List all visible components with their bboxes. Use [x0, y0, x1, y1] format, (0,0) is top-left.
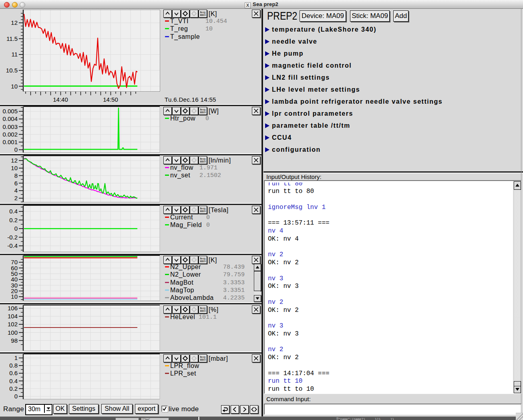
svg-text:0.4: 0.4	[9, 378, 18, 384]
svg-text:in: in	[204, 260, 206, 263]
svg-text:102: 102	[8, 321, 18, 328]
svg-text:in: in	[204, 210, 206, 213]
svg-text:in: in	[204, 358, 206, 361]
svg-text:-0.2: -0.2	[7, 234, 18, 241]
svg-text:1: 1	[14, 354, 18, 361]
svg-text:0.4: 0.4	[9, 208, 18, 215]
svg-text:0: 0	[14, 146, 18, 153]
svg-text:in: in	[204, 160, 206, 163]
svg-text:0: 0	[14, 393, 18, 400]
svg-text:14:50: 14:50	[103, 96, 118, 103]
svg-text:98: 98	[11, 337, 18, 344]
svg-text:0.005: 0.005	[2, 108, 18, 115]
svg-text:10.5: 10.5	[6, 67, 18, 74]
svg-text:10: 10	[11, 293, 18, 300]
svg-text:100: 100	[8, 329, 18, 336]
svg-text:0: 0	[14, 225, 18, 232]
svg-text:14:40: 14:40	[53, 96, 68, 103]
svg-text:0.2: 0.2	[9, 217, 18, 223]
svg-text:12: 12	[11, 19, 18, 26]
svg-text:0.2: 0.2	[9, 385, 18, 392]
svg-text:6: 6	[14, 180, 18, 187]
svg-text:106: 106	[8, 305, 18, 311]
svg-text:0.004: 0.004	[2, 115, 18, 122]
svg-text:0.002: 0.002	[2, 131, 18, 138]
svg-text:10: 10	[11, 83, 18, 90]
svg-text:in: in	[204, 111, 206, 114]
svg-text:in: in	[204, 309, 206, 312]
svg-text:11.5: 11.5	[6, 35, 18, 42]
svg-text:11: 11	[11, 51, 18, 58]
svg-text:10: 10	[11, 165, 18, 171]
svg-text:2: 2	[14, 195, 18, 201]
svg-text:12: 12	[11, 157, 18, 164]
svg-text:4: 4	[14, 187, 18, 194]
svg-text:in: in	[204, 14, 206, 16]
svg-text:104: 104	[8, 313, 18, 320]
svg-text:8: 8	[14, 172, 18, 179]
svg-text:0.003: 0.003	[2, 123, 18, 130]
svg-text:0.6: 0.6	[9, 370, 18, 376]
svg-text:0.8: 0.8	[9, 362, 18, 369]
svg-text:0.001: 0.001	[2, 139, 18, 145]
svg-text:-0.4: -0.4	[7, 242, 18, 249]
